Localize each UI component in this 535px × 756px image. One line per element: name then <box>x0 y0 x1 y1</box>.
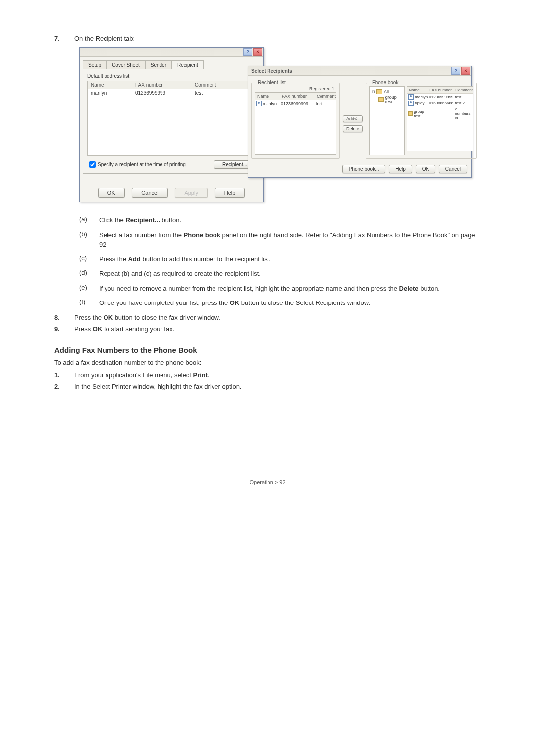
substep-text: Select a fax number from the Phone book … <box>99 230 481 250</box>
ok-button[interactable]: OK <box>98 188 125 198</box>
step-number: 9. <box>54 325 74 333</box>
help-button[interactable]: Help <box>215 188 245 198</box>
specify-recipient-label: Specify a recipient at the time of print… <box>98 162 186 167</box>
row-name: marilyn <box>263 101 277 106</box>
page-footer: Operation > 92 <box>54 479 481 485</box>
col-comment: Comment <box>317 93 336 100</box>
substep-text: Once you have completed your list, press… <box>99 298 481 308</box>
folder-icon <box>376 89 382 94</box>
step-number: 7. <box>54 35 74 42</box>
col-fax: FAX number <box>282 93 317 100</box>
close-icon[interactable]: × <box>253 48 262 56</box>
section-intro: To add a fax destination number to the p… <box>54 358 481 368</box>
tab-recipient[interactable]: Recipient <box>172 60 204 69</box>
substep-mark: (d) <box>79 269 99 276</box>
tree-group[interactable]: group test <box>372 95 402 104</box>
phone-book-legend: Phone book <box>370 80 400 85</box>
tab-cover-sheet[interactable]: Cover Sheet <box>107 60 145 69</box>
cancel-button[interactable]: Cancel <box>439 165 467 173</box>
col-fax: FAX number <box>429 87 455 93</box>
step-text: Press the OK button to close the fax dri… <box>74 314 481 321</box>
default-address-label: Default address list: <box>87 73 256 79</box>
step-number: 2. <box>54 383 74 390</box>
pb-row-fax: 01698666666 <box>429 101 455 105</box>
col-comment: Comment <box>455 87 473 93</box>
select-recipients-dialog: Select Recipients ? × Recipient list Reg… <box>248 66 472 178</box>
col-comment: Comment <box>195 81 255 89</box>
add-button[interactable]: Add<- <box>343 115 363 122</box>
apply-button: Apply <box>175 188 208 198</box>
pb-row-comment: 2 numbers in... <box>455 107 473 120</box>
ok-button[interactable]: OK <box>416 165 435 173</box>
cancel-button[interactable]: Cancel <box>132 188 167 198</box>
substep-text: Repeat (b) and (c) as required to create… <box>99 269 481 279</box>
step-text: Press OK to start sending your fax. <box>74 325 481 333</box>
row-name: marilyn <box>88 90 135 96</box>
section-title: Adding Fax Numbers to the Phone Book <box>54 346 481 354</box>
registered-count: Registered:1 <box>255 86 336 91</box>
col-name: Name <box>407 87 429 93</box>
row-fax: 01236999999 <box>281 101 316 106</box>
dialog-title: Select Recipients <box>248 68 292 74</box>
tab-sender[interactable]: Sender <box>145 60 172 69</box>
tree-all-label: All <box>384 89 389 94</box>
substep-mark: (b) <box>79 230 99 238</box>
tab-setup[interactable]: Setup <box>83 60 107 69</box>
substep-text: If you need to remove a number from the … <box>99 284 481 294</box>
help-icon[interactable]: ? <box>451 67 460 75</box>
step-text: On the Recipient tab: <box>74 35 481 42</box>
dialogs-illustration: ? × Setup Cover Sheet Sender Recipient D… <box>79 47 476 205</box>
substep-text: Press the Add button to add this number … <box>99 254 481 264</box>
delete-button[interactable]: Delete <box>343 125 363 132</box>
fax-driver-dialog: ? × Setup Cover Sheet Sender Recipient D… <box>79 47 264 202</box>
dialog-titlebar: ? × <box>80 48 263 57</box>
close-icon[interactable]: × <box>461 67 470 75</box>
pb-row-name: marilyn <box>415 95 428 99</box>
contact-icon <box>256 101 262 106</box>
folder-icon <box>408 111 413 116</box>
pb-row-name: group test <box>414 109 429 118</box>
step-number: 8. <box>54 314 74 321</box>
contact-icon <box>408 94 414 100</box>
substep-mark: (e) <box>79 284 99 291</box>
row-comment: test <box>195 90 255 96</box>
substep-text: Click the Recipient... button. <box>99 215 481 225</box>
step-text: From your application's File menu, selec… <box>74 371 481 379</box>
col-fax: FAX number <box>135 81 195 89</box>
col-name: Name <box>255 93 282 100</box>
tree-all[interactable]: ⊟ All <box>372 89 402 94</box>
contact-icon <box>408 101 414 106</box>
help-button[interactable]: Help <box>389 165 412 173</box>
help-icon[interactable]: ? <box>243 48 252 56</box>
specify-recipient-checkbox[interactable]: Specify a recipient at the time of print… <box>87 160 186 169</box>
recipient-list-legend: Recipient list <box>256 80 288 85</box>
tree-group-label: group test <box>385 95 403 104</box>
row-comment: test <box>316 101 336 106</box>
substep-mark: (c) <box>79 254 99 262</box>
pb-row-name: ripley <box>415 101 424 105</box>
step-number: 1. <box>54 371 74 379</box>
phone-book-button[interactable]: Phone book... <box>342 165 386 173</box>
substep-mark: (f) <box>79 298 99 305</box>
pb-row-fax: 01236999999 <box>429 95 455 99</box>
substep-mark: (a) <box>79 215 99 223</box>
pb-row-comment: test 2 <box>455 101 473 105</box>
pb-row-comment: test <box>455 95 473 99</box>
specify-recipient-input[interactable] <box>89 161 96 168</box>
step-text: In the Select Printer window, highlight … <box>74 383 481 390</box>
col-name: Name <box>88 81 135 89</box>
folder-icon <box>378 97 384 102</box>
row-fax: 01236999999 <box>135 90 195 96</box>
